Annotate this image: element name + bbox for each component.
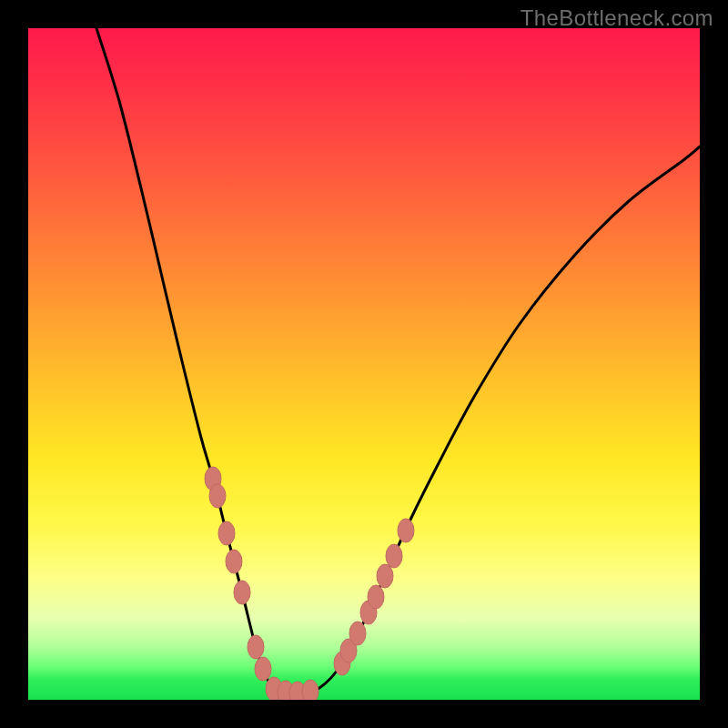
chart-stage: TheBottleneck.com	[0, 0, 728, 728]
chart-gradient-area	[28, 28, 700, 700]
watermark-text: TheBottleneck.com	[521, 5, 713, 31]
